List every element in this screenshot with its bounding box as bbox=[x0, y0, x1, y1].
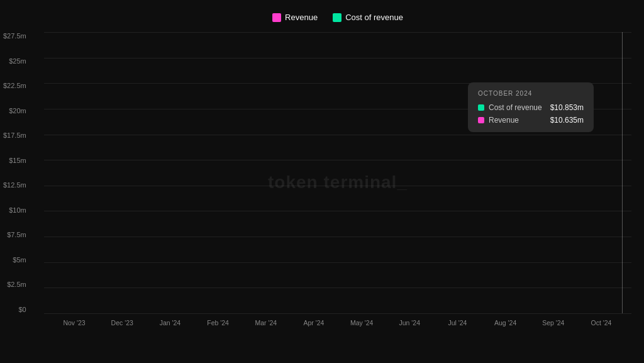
revenue-dot bbox=[272, 13, 281, 22]
y-axis: $27.5m$25m$22.5m$20m$17.5m$15m$12.5m$10m… bbox=[3, 32, 26, 313]
y-axis-label: $7.5m bbox=[7, 231, 26, 238]
y-axis-label: $12.5m bbox=[3, 181, 26, 189]
tooltip-value: $10.853m bbox=[550, 103, 584, 112]
chart-area: $27.5m$25m$22.5m$20m$17.5m$15m$12.5m$10m… bbox=[44, 32, 631, 332]
x-axis-label: Sep '24 bbox=[530, 319, 577, 327]
tooltip-label: Revenue bbox=[489, 116, 519, 125]
x-axis-label: Jul '24 bbox=[433, 319, 481, 327]
bars-container bbox=[44, 32, 631, 313]
x-axis-label: Dec '23 bbox=[98, 319, 146, 327]
tooltip-dot bbox=[478, 117, 484, 123]
cost-dot bbox=[333, 13, 341, 22]
tooltip-dot bbox=[478, 104, 484, 111]
y-axis-label: $27.5m bbox=[3, 32, 26, 40]
legend-cost: Cost of revenue bbox=[333, 13, 403, 22]
tooltip: OCTOBER 2024 Cost of revenue$10.853mReve… bbox=[468, 82, 594, 132]
x-axis-label: Jan '24 bbox=[146, 319, 194, 327]
vertical-line bbox=[622, 32, 623, 313]
y-axis-label: $0 bbox=[18, 306, 26, 313]
y-axis-label: $22.5m bbox=[3, 82, 26, 89]
x-axis-label: May '24 bbox=[338, 319, 386, 327]
y-axis-label: $2.5m bbox=[7, 281, 26, 288]
cost-label: Cost of revenue bbox=[345, 13, 403, 22]
y-axis-label: $20m bbox=[9, 107, 26, 114]
chart-container: Revenue Cost of revenue $27.5m$25m$22.5m… bbox=[0, 0, 644, 363]
tooltip-row: Revenue$10.635m bbox=[478, 116, 584, 125]
y-axis-label: $5m bbox=[13, 256, 26, 264]
revenue-label: Revenue bbox=[285, 13, 318, 22]
tooltip-label: Cost of revenue bbox=[489, 103, 542, 112]
x-axis-label: Nov '23 bbox=[50, 319, 98, 327]
tooltip-value: $10.635m bbox=[550, 116, 584, 125]
x-axis-label: Mar '24 bbox=[242, 319, 290, 327]
tooltip-title: OCTOBER 2024 bbox=[478, 90, 584, 97]
y-axis-label: $17.5m bbox=[3, 131, 26, 139]
y-axis-label: $25m bbox=[9, 57, 26, 65]
y-axis-label: $10m bbox=[9, 206, 26, 214]
x-axis-label: Feb '24 bbox=[194, 319, 242, 327]
x-axis-label: Jun '24 bbox=[386, 319, 433, 327]
legend-revenue: Revenue bbox=[272, 13, 318, 22]
tooltip-row: Cost of revenue$10.853m bbox=[478, 103, 584, 112]
x-axis-label: Oct '24 bbox=[577, 319, 625, 327]
x-axis: Nov '23Dec '23Jan '24Feb '24Mar '24Apr '… bbox=[44, 313, 631, 332]
x-axis-label: Apr '24 bbox=[290, 319, 338, 327]
x-axis-label: Aug '24 bbox=[482, 319, 530, 327]
chart-legend: Revenue Cost of revenue bbox=[44, 13, 631, 22]
y-axis-label: $15m bbox=[9, 157, 26, 164]
